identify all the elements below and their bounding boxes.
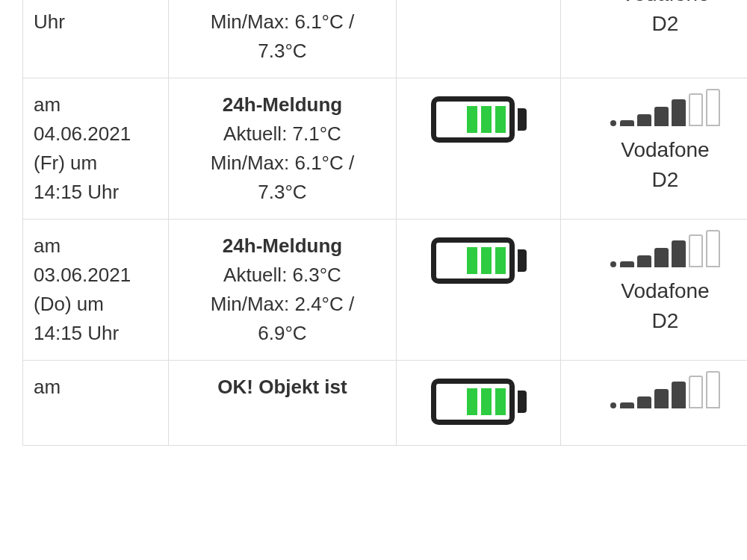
cell-date: am: [23, 361, 169, 446]
date-text: am: [34, 376, 61, 398]
msg-title: 24h-Meldung: [179, 231, 385, 261]
cell-date: um 14:15 Uhr: [23, 0, 169, 78]
carrier-name: D2: [571, 307, 747, 335]
battery-icon: [431, 379, 527, 425]
msg-minmax: 7.3°C: [179, 178, 385, 207]
table-row: um 14:15 Uhr Aktuell: 6.7°C Min/Max: 6.1…: [23, 0, 748, 78]
date-text: 04.06.2021: [34, 122, 131, 145]
cell-message: 24h-Meldung Aktuell: 6.3°C Min/Max: 2.4°…: [169, 220, 397, 361]
battery-icon: [431, 96, 527, 143]
date-text: (Do) um: [34, 293, 104, 315]
msg-minmax: 7.3°C: [179, 37, 385, 66]
carrier-name: D2: [571, 166, 747, 194]
date-text: 14:15 Uhr: [34, 322, 119, 344]
msg-aktuell: Aktuell: 6.3°C: [179, 261, 385, 290]
msg-title: 24h-Meldung: [179, 90, 385, 119]
msg-minmax: Min/Max: 6.1°C /: [179, 7, 385, 37]
cell-battery: [397, 361, 561, 446]
cell-message: Aktuell: 6.7°C Min/Max: 6.1°C / 7.3°C: [169, 0, 397, 78]
date-text: 03.06.2021: [34, 264, 131, 286]
msg-title: OK! Objekt ist: [179, 373, 385, 402]
table-row: am 04.06.2021 (Fr) um 14:15 Uhr 24h-Meld…: [23, 78, 748, 220]
cell-signal: Vodafone D2: [561, 220, 748, 361]
table-row: am OK! Objekt ist: [23, 361, 748, 446]
carrier-name: Vodafone: [571, 136, 747, 164]
cell-date: am 04.06.2021 (Fr) um 14:15 Uhr: [23, 78, 169, 220]
cell-battery: [397, 78, 561, 220]
date-text: Uhr: [34, 10, 65, 33]
date-text: am: [34, 93, 61, 116]
cell-battery: [397, 0, 561, 78]
carrier-name: Vodafone: [571, 0, 747, 8]
battery-icon: [431, 237, 527, 284]
carrier-name: D2: [571, 10, 747, 38]
cell-signal: [561, 361, 748, 446]
msg-minmax: Min/Max: 2.4°C /: [179, 290, 385, 319]
date-text: um 14:15: [34, 0, 114, 4]
cell-message: OK! Objekt ist: [169, 361, 397, 446]
msg-aktuell: Aktuell: 7.1°C: [179, 119, 385, 149]
date-text: am: [34, 234, 61, 257]
signal-icon: [610, 371, 720, 408]
msg-minmax: Min/Max: 6.1°C /: [179, 149, 385, 178]
date-text: 14:15 Uhr: [34, 181, 119, 203]
cell-date: am 03.06.2021 (Do) um 14:15 Uhr: [23, 220, 169, 361]
signal-icon: [610, 89, 720, 126]
msg-minmax: 6.9°C: [179, 319, 385, 348]
cell-signal: Vodafone D2: [561, 0, 748, 78]
date-text: (Fr) um: [34, 152, 97, 174]
cell-battery: [397, 220, 561, 361]
signal-icon: [610, 230, 720, 267]
log-table: um 14:15 Uhr Aktuell: 6.7°C Min/Max: 6.1…: [22, 0, 747, 446]
table-row: am 03.06.2021 (Do) um 14:15 Uhr 24h-Meld…: [23, 220, 748, 361]
cell-message: 24h-Meldung Aktuell: 7.1°C Min/Max: 6.1°…: [169, 78, 397, 220]
carrier-name: Vodafone: [571, 277, 747, 305]
msg-aktuell: Aktuell: 6.7°C: [179, 0, 385, 7]
cell-signal: Vodafone D2: [561, 78, 748, 220]
